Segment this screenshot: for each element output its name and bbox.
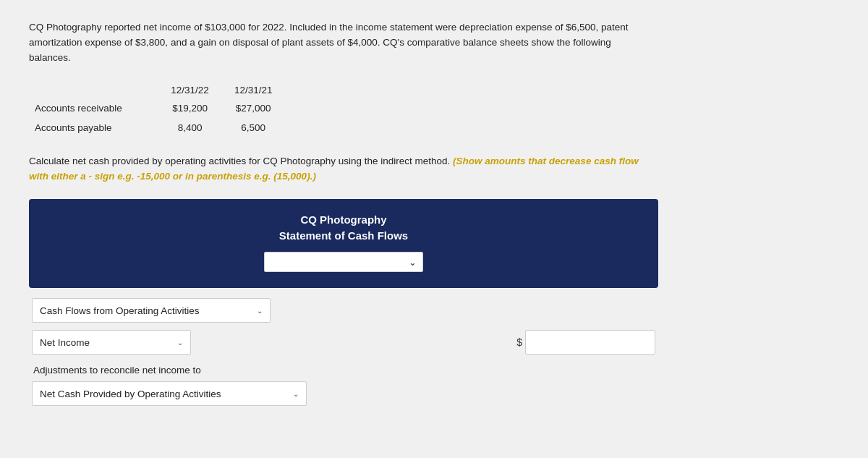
blue-card-title: CQ Photography Statement of Cash Flows: [46, 212, 641, 244]
blue-card: CQ Photography Statement of Cash Flows ⌄: [29, 199, 658, 289]
chevron-down-icon: ⌄: [293, 390, 299, 398]
row1-col1: $19,200: [169, 98, 232, 118]
intro-paragraph: CQ Photography reported net income of $1…: [29, 20, 651, 66]
net-cash-row: Net Cash Provided by Operating Activitie…: [29, 381, 658, 406]
net-income-input-group: $: [516, 330, 655, 355]
instruction-main: Calculate net cash provided by operating…: [29, 156, 450, 166]
col-header-label: [35, 82, 169, 98]
row2-col1: 8,400: [169, 118, 232, 137]
page-container: CQ Photography reported net income of $1…: [0, 0, 868, 458]
chevron-down-icon: ⌄: [177, 339, 183, 347]
net-income-row: Net Income ⌄ $: [29, 330, 658, 355]
net-cash-dropdown[interactable]: Net Cash Provided by Operating Activitie…: [32, 381, 307, 406]
col-header-date2: 12/31/21: [231, 82, 295, 98]
table-header-row: 12/31/22 12/31/21: [35, 82, 295, 98]
cash-flows-dropdown[interactable]: Cash Flows from Operating Activities ⌄: [32, 298, 271, 323]
form-section: Cash Flows from Operating Activities ⌄ N…: [29, 298, 658, 406]
row2-col2: 6,500: [231, 118, 295, 137]
balance-table-section: 12/31/22 12/31/21 Accounts receivable $1…: [35, 82, 839, 137]
cash-flows-row: Cash Flows from Operating Activities ⌄: [29, 298, 658, 323]
blue-card-dropdown-row: ⌄: [46, 252, 641, 272]
dollar-sign: $: [516, 336, 522, 348]
row1-label: Accounts receivable: [35, 98, 169, 118]
net-cash-label: Net Cash Provided by Operating Activitie…: [40, 389, 221, 399]
chevron-down-icon: ⌄: [409, 257, 417, 268]
table-row: Accounts receivable $19,200 $27,000: [35, 98, 295, 118]
row2-label: Accounts payable: [35, 118, 169, 137]
adjustments-label: Adjustments to reconcile net income to: [29, 362, 658, 381]
net-income-label: Net Income: [40, 337, 90, 348]
cash-flows-label: Cash Flows from Operating Activities: [40, 305, 200, 316]
net-income-dropdown[interactable]: Net Income ⌄: [32, 330, 191, 355]
chevron-down-icon: ⌄: [257, 307, 263, 315]
instruction-text: Calculate net cash provided by operating…: [29, 153, 658, 185]
row1-col2: $27,000: [231, 98, 295, 118]
net-income-input[interactable]: [525, 330, 655, 355]
intro-text: CQ Photography reported net income of $1…: [29, 22, 629, 63]
blue-card-dropdown[interactable]: ⌄: [264, 252, 423, 272]
table-row: Accounts payable 8,400 6,500: [35, 118, 295, 137]
blue-card-title-line2: Statement of Cash Flows: [46, 228, 641, 244]
col-header-date1: 12/31/22: [169, 82, 232, 98]
blue-card-title-line1: CQ Photography: [46, 212, 641, 228]
